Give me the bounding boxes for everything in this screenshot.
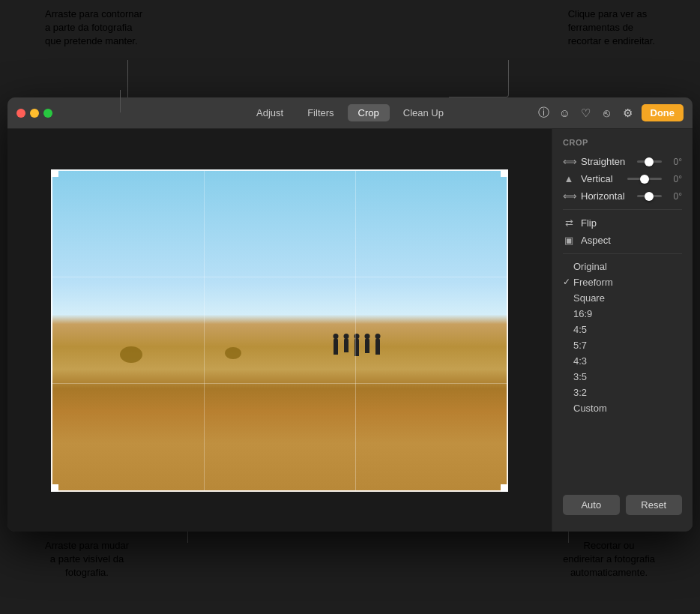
share-icon[interactable]: ⎋ <box>600 106 615 121</box>
aspect-16-9[interactable]: 16:9 <box>552 306 693 322</box>
main-window: Adjust Filters Crop Clean Up ⓘ ☺ ♡ ⎋ ⚙ D… <box>7 97 693 532</box>
flip-label: Flip <box>581 217 682 229</box>
minimize-button[interactable] <box>30 109 39 118</box>
tab-crop[interactable]: Crop <box>348 104 390 121</box>
tab-adjust[interactable]: Adjust <box>246 104 294 121</box>
aspect-3-5[interactable]: 3:5 <box>552 369 693 385</box>
people-group <box>334 338 380 356</box>
info-icon[interactable]: ⓘ <box>537 106 552 121</box>
settings-icon[interactable]: ⚙ <box>621 106 636 121</box>
aspect-row[interactable]: ▣ Aspect <box>552 232 693 249</box>
tab-cleanup[interactable]: Clean Up <box>393 104 454 121</box>
hay-bale-left <box>120 346 142 363</box>
annotation-bottom-left: Arraste para mudar a parte visível da fo… <box>45 539 129 614</box>
person-1 <box>334 338 338 355</box>
straighten-slider[interactable] <box>637 160 661 163</box>
sidebar-section-title: CROP <box>552 138 693 153</box>
vertical-label: Vertical <box>581 173 615 184</box>
photo-container[interactable] <box>51 169 508 492</box>
nav-tabs: Adjust Filters Crop Clean Up <box>246 104 454 121</box>
person-3 <box>354 338 359 356</box>
toolbar-right: ⓘ ☺ ♡ ⎋ ⚙ Done <box>537 104 684 121</box>
aspect-original[interactable]: Original <box>552 259 693 274</box>
titlebar: Adjust Filters Crop Clean Up ⓘ ☺ ♡ ⎋ ⚙ D… <box>7 97 693 129</box>
tab-filters[interactable]: Filters <box>297 104 344 121</box>
annotation-top-right: Clique para ver as ferramentas de recort… <box>568 7 655 97</box>
sidebar: CROP ⟺ Straighten 0° ▲ Vertical <box>552 129 693 532</box>
straighten-icon: ⟺ <box>563 156 575 167</box>
traffic-lights <box>16 109 52 118</box>
sidebar-bottom: Auto Reset <box>552 487 693 523</box>
aspect-4-5[interactable]: 4:5 <box>552 322 693 337</box>
person-5 <box>375 338 380 355</box>
aspect-3-2[interactable]: 3:2 <box>552 385 693 400</box>
aspect-square[interactable]: Square <box>552 290 693 306</box>
horizontal-value: 0° <box>674 191 682 202</box>
vertical-row[interactable]: ▲ Vertical 0° <box>552 170 693 187</box>
straighten-label: Straighten <box>581 156 625 167</box>
horizontal-row[interactable]: ⟺ Horizontal 0° <box>552 187 693 205</box>
person-4 <box>365 338 369 353</box>
aspect-icon: ▣ <box>563 235 575 246</box>
straighten-row[interactable]: ⟺ Straighten 0° <box>552 153 693 170</box>
vertical-value: 0° <box>674 174 682 184</box>
auto-button[interactable]: Auto <box>563 495 620 515</box>
annotation-top-left: Arraste para contornar a parte da fotogr… <box>45 7 142 97</box>
content-area: CROP ⟺ Straighten 0° ▲ Vertical <box>7 129 693 532</box>
photo-background <box>51 169 508 492</box>
aspect-custom[interactable]: Custom <box>552 400 693 416</box>
reset-button[interactable]: Reset <box>626 495 683 515</box>
aspect-freeform[interactable]: Freeform <box>552 274 693 290</box>
aspect-5-7[interactable]: 5:7 <box>552 337 693 353</box>
maximize-button[interactable] <box>43 109 52 118</box>
vertical-slider[interactable] <box>627 178 662 180</box>
annotation-bottom: Arraste para mudar a parte visível da fo… <box>0 532 700 614</box>
horizontal-icon: ⟺ <box>563 190 575 202</box>
photo-area <box>7 129 552 532</box>
aspect-label: Aspect <box>581 235 682 246</box>
divider-2 <box>563 253 682 254</box>
done-button[interactable]: Done <box>642 104 684 121</box>
face-icon[interactable]: ☺ <box>558 106 573 121</box>
annotation-bottom-right: Recortar ou endireitar a fotografia auto… <box>563 539 655 614</box>
close-button[interactable] <box>16 109 25 118</box>
flip-row[interactable]: ⇄ Flip <box>552 214 693 232</box>
straighten-value: 0° <box>674 157 682 167</box>
vertical-icon: ▲ <box>563 173 575 184</box>
person-2 <box>344 338 349 352</box>
heart-icon[interactable]: ♡ <box>579 106 594 121</box>
flip-icon: ⇄ <box>563 217 575 229</box>
aspect-4-3[interactable]: 4:3 <box>552 353 693 369</box>
hay-bale-right <box>225 347 241 359</box>
horizontal-label: Horizontal <box>581 190 625 202</box>
divider-1 <box>563 209 682 210</box>
horizontal-slider[interactable] <box>637 195 662 197</box>
